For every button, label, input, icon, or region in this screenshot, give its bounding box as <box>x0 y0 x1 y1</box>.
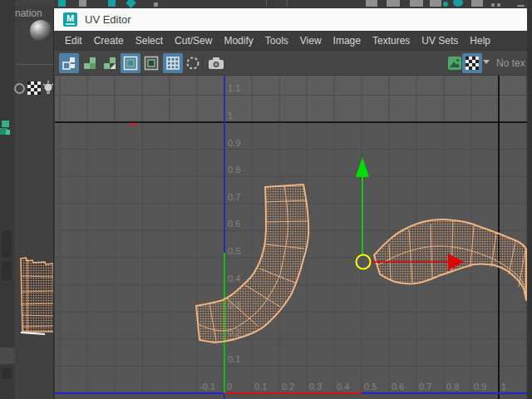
x-tick-label: 0.4 <box>337 382 349 392</box>
flipped-tiles-icon <box>102 56 117 71</box>
tiles-icon <box>62 56 76 71</box>
y-tick-label: 1.1 <box>228 83 240 93</box>
menu-cut-sew[interactable]: Cut/Sew <box>169 35 218 47</box>
menu-textures[interactable]: Textures <box>367 35 416 47</box>
image-border-icon <box>123 56 138 71</box>
x-tick-label: 0.1 <box>254 382 267 392</box>
clipped-icon <box>491 3 495 7</box>
image-ratio-button[interactable] <box>141 53 161 73</box>
x-tick-label: 0 <box>227 382 232 392</box>
shaded-tiles-button[interactable] <box>80 53 100 73</box>
clipped-icon <box>79 0 86 7</box>
window-title: UV Editor <box>85 13 131 26</box>
icon-part <box>6 130 10 135</box>
main-toolbar-clipped-strip <box>54 0 532 8</box>
menu-select[interactable]: Select <box>130 35 169 47</box>
lightbulb-icon[interactable] <box>42 80 54 96</box>
shaded-tiles-icon <box>82 56 97 71</box>
y-tick-label: 0.6 <box>228 219 240 229</box>
grid-icon <box>165 56 180 71</box>
pixel-grid-button[interactable] <box>163 53 183 73</box>
texture-name-label[interactable]: No tex <box>496 57 530 69</box>
grid-lower-strip <box>55 394 527 399</box>
x-tick-label: 1 <box>501 382 506 392</box>
uv-snapshot-button[interactable] <box>206 53 226 73</box>
clipped-icon <box>410 0 423 7</box>
maya-main-window-left-panel: nation <box>0 0 54 399</box>
clipped-icon <box>154 2 158 7</box>
flipped-tiles-button[interactable] <box>100 53 120 73</box>
left-toolbox-rail <box>0 0 15 399</box>
menu-tools[interactable]: Tools <box>259 35 294 47</box>
toolbox-slot <box>2 367 12 379</box>
menu-image[interactable]: Image <box>328 35 367 47</box>
minimize-icon[interactable] <box>517 5 525 7</box>
menu-modify[interactable]: Modify <box>218 35 259 47</box>
clipped-icon <box>471 0 483 7</box>
y-tick-label: 0.9 <box>228 138 240 148</box>
clipped-icon <box>497 3 500 7</box>
y-tick-label: 0.4 <box>228 273 240 283</box>
separator <box>287 0 288 7</box>
separator <box>266 0 267 7</box>
x-tick-label: -0.1 <box>200 382 215 392</box>
menu-uv-sets[interactable]: UV Sets <box>416 35 464 47</box>
display-image-button[interactable] <box>121 53 140 73</box>
uv-editor-window: M UV Editor EditCreateSelectCut/SewModif… <box>54 8 527 399</box>
ring-icon[interactable] <box>14 83 25 94</box>
menu-create[interactable]: Create <box>88 35 130 47</box>
x-tick-label: 0.8 <box>446 382 459 392</box>
menu-help[interactable]: Help <box>464 35 496 47</box>
x-tick-label: 0.2 <box>282 382 294 392</box>
icon-part <box>2 121 9 127</box>
checkerboard-icon[interactable] <box>27 81 41 95</box>
image-frame-icon <box>144 56 159 71</box>
menu-bar: EditCreateSelectCut/SewModifyToolsViewIm… <box>54 31 527 50</box>
divider <box>16 64 54 65</box>
y-tick-label: 0.8 <box>228 165 240 175</box>
clipped-icon <box>366 0 377 7</box>
separator <box>202 55 203 71</box>
x-tick-label: 0.7 <box>419 382 431 392</box>
clipped-icon <box>126 0 136 8</box>
toolbox-slot <box>0 347 15 364</box>
clipped-icon <box>58 0 66 7</box>
y-tick-label: 1 <box>228 111 233 121</box>
y-tick-label: 0.7 <box>228 192 240 202</box>
y-tick-label: 0.1 <box>228 354 240 364</box>
toolbox-slot <box>2 231 12 258</box>
x-tick-label: 0.6 <box>392 382 404 392</box>
x-tick-label: 0.9 <box>474 382 486 392</box>
uv-grid-viewport[interactable]: -0.100.10.20.30.40.50.60.70.80.910.10.20… <box>55 76 527 399</box>
image-icon <box>447 56 462 71</box>
menu-edit[interactable]: Edit <box>59 35 88 47</box>
checker-icon <box>466 57 479 70</box>
x-tick-label: 0.5 <box>364 382 377 392</box>
clipped-icon <box>108 0 116 7</box>
title-bar[interactable]: M UV Editor <box>54 8 527 31</box>
clipped-icon <box>443 2 448 7</box>
y-tick-label: 0.5 <box>228 246 240 256</box>
maya-logo-icon: M <box>63 12 77 27</box>
uv-editor-green-icon[interactable] <box>0 121 10 136</box>
maya-main-window-right-edge <box>527 0 532 399</box>
clipped-icon <box>387 0 400 7</box>
tile-layout-button[interactable] <box>59 53 79 73</box>
menu-set-selector-partial[interactable]: nation <box>15 5 54 22</box>
caret-down-icon[interactable] <box>483 60 490 64</box>
dashed-circle-icon <box>185 56 200 71</box>
grid-upper-region <box>55 76 527 122</box>
menu-view[interactable]: View <box>294 35 328 47</box>
toolbox-slot <box>2 261 12 280</box>
x-tick-label: 0.3 <box>309 382 322 392</box>
background-uv-mesh-fragment <box>20 254 54 337</box>
camera-icon <box>208 56 224 71</box>
clipped-icon <box>430 0 441 7</box>
shaded-sphere-icon[interactable] <box>30 20 52 42</box>
uv-toolbar: No tex <box>54 50 527 76</box>
clipped-icon <box>453 0 463 7</box>
dim-image-button[interactable] <box>183 53 203 73</box>
checker-map-button[interactable] <box>462 53 482 73</box>
